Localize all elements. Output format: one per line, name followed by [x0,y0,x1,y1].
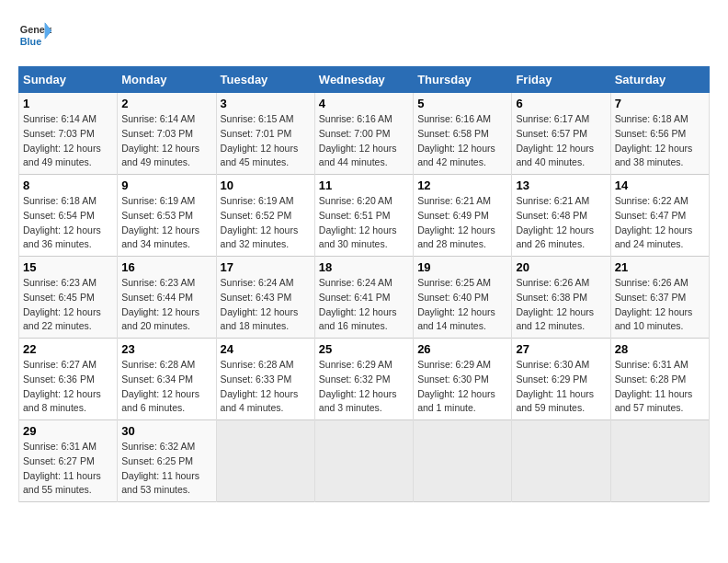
calendar-cell: 2 Sunrise: 6:14 AM Sunset: 7:03 PM Dayli… [118,93,216,175]
calendar-cell: 25 Sunrise: 6:29 AM Sunset: 6:32 PM Dayl… [314,339,413,420]
sunrise-text: Sunrise: 6:23 AM [121,277,195,288]
calendar-cell: 30 Sunrise: 6:32 AM Sunset: 6:25 PM Dayl… [118,420,216,502]
logo-icon: General Blue [18,18,51,52]
sunrise-text: Sunrise: 6:24 AM [319,277,392,288]
day-number: 20 [516,260,606,274]
sunset-text: Sunset: 6:25 PM [121,455,193,466]
day-info: Sunrise: 6:14 AM Sunset: 7:03 PM Dayligh… [121,112,211,170]
sunset-text: Sunset: 6:29 PM [516,373,587,385]
day-info: Sunrise: 6:28 AM Sunset: 6:34 PM Dayligh… [121,358,211,416]
calendar-week-5: 29 Sunrise: 6:31 AM Sunset: 6:27 PM Dayl… [19,420,710,502]
sunrise-text: Sunrise: 6:27 AM [23,359,97,370]
daylight-text: Daylight: 12 hours and 49 minutes. [121,143,199,168]
calendar-cell: 3 Sunrise: 6:15 AM Sunset: 7:01 PM Dayli… [216,93,314,175]
daylight-text: Daylight: 12 hours and 42 minutes. [417,143,495,168]
sunrise-text: Sunrise: 6:30 AM [516,359,589,370]
day-info: Sunrise: 6:31 AM Sunset: 6:28 PM Dayligh… [615,358,705,416]
sunrise-text: Sunrise: 6:15 AM [221,113,294,124]
weekday-header-saturday: Saturday [610,67,709,93]
day-number: 27 [516,342,606,356]
day-number: 11 [319,178,409,192]
sunrise-text: Sunrise: 6:20 AM [319,195,392,206]
sunset-text: Sunset: 6:54 PM [23,210,95,221]
daylight-text: Daylight: 12 hours and 44 minutes. [319,143,397,168]
day-info: Sunrise: 6:26 AM Sunset: 6:38 PM Dayligh… [516,276,606,334]
day-info: Sunrise: 6:24 AM Sunset: 6:43 PM Dayligh… [221,276,311,334]
calendar-cell: 22 Sunrise: 6:27 AM Sunset: 6:36 PM Dayl… [19,339,118,420]
calendar-cell: 20 Sunrise: 6:26 AM Sunset: 6:38 PM Dayl… [512,257,610,339]
day-number: 17 [221,260,311,274]
daylight-text: Daylight: 12 hours and 36 minutes. [23,224,101,250]
daylight-text: Daylight: 12 hours and 4 minutes. [221,388,299,414]
calendar-cell: 15 Sunrise: 6:23 AM Sunset: 6:45 PM Dayl… [19,257,118,339]
daylight-text: Daylight: 11 hours and 55 minutes. [23,470,101,496]
sunset-text: Sunset: 7:01 PM [221,128,292,139]
day-number: 16 [121,260,211,274]
day-info: Sunrise: 6:29 AM Sunset: 6:32 PM Dayligh… [319,358,409,416]
calendar-cell: 21 Sunrise: 6:26 AM Sunset: 6:37 PM Dayl… [610,257,709,339]
day-info: Sunrise: 6:23 AM Sunset: 6:45 PM Dayligh… [23,276,113,334]
calendar-cell: 5 Sunrise: 6:16 AM Sunset: 6:58 PM Dayli… [414,93,512,175]
sunrise-text: Sunrise: 6:17 AM [516,113,589,124]
day-info: Sunrise: 6:27 AM Sunset: 6:36 PM Dayligh… [23,358,113,416]
sunset-text: Sunset: 7:00 PM [319,128,391,139]
sunset-text: Sunset: 6:40 PM [417,292,489,303]
day-number: 29 [23,424,113,438]
day-number: 4 [319,97,409,110]
sunset-text: Sunset: 6:43 PM [221,292,292,303]
calendar-cell: 17 Sunrise: 6:24 AM Sunset: 6:43 PM Dayl… [216,257,314,339]
calendar-cell: 10 Sunrise: 6:19 AM Sunset: 6:52 PM Dayl… [216,175,314,257]
weekday-header-wednesday: Wednesday [314,67,413,93]
daylight-text: Daylight: 12 hours and 18 minutes. [221,306,299,332]
sunrise-text: Sunrise: 6:21 AM [516,195,589,206]
day-info: Sunrise: 6:23 AM Sunset: 6:44 PM Dayligh… [121,276,211,334]
calendar-cell: 16 Sunrise: 6:23 AM Sunset: 6:44 PM Dayl… [118,257,216,339]
calendar-cell: 6 Sunrise: 6:17 AM Sunset: 6:57 PM Dayli… [512,93,610,175]
daylight-text: Daylight: 11 hours and 53 minutes. [121,470,199,496]
day-number: 18 [319,260,409,274]
day-info: Sunrise: 6:16 AM Sunset: 6:58 PM Dayligh… [417,112,507,170]
day-number: 24 [221,342,311,356]
sunset-text: Sunset: 6:51 PM [319,210,391,221]
calendar-cell: 8 Sunrise: 6:18 AM Sunset: 6:54 PM Dayli… [19,175,118,257]
daylight-text: Daylight: 12 hours and 38 minutes. [615,143,693,168]
day-info: Sunrise: 6:19 AM Sunset: 6:52 PM Dayligh… [221,194,311,252]
sunset-text: Sunset: 6:56 PM [615,128,687,139]
calendar-cell [314,420,413,502]
day-info: Sunrise: 6:21 AM Sunset: 6:48 PM Dayligh… [516,194,606,252]
day-number: 23 [121,342,211,356]
day-number: 5 [417,97,507,110]
day-number: 1 [23,97,113,110]
calendar-week-1: 1 Sunrise: 6:14 AM Sunset: 7:03 PM Dayli… [19,93,710,175]
day-number: 15 [23,260,113,274]
day-number: 10 [221,178,311,192]
sunrise-text: Sunrise: 6:28 AM [121,359,195,370]
day-info: Sunrise: 6:29 AM Sunset: 6:30 PM Dayligh… [417,358,507,416]
daylight-text: Daylight: 12 hours and 6 minutes. [121,388,199,414]
calendar-cell: 1 Sunrise: 6:14 AM Sunset: 7:03 PM Dayli… [19,93,118,175]
day-info: Sunrise: 6:21 AM Sunset: 6:49 PM Dayligh… [417,194,507,252]
sunrise-text: Sunrise: 6:19 AM [221,195,294,206]
calendar-table: SundayMondayTuesdayWednesdayThursdayFrid… [18,66,710,502]
day-info: Sunrise: 6:19 AM Sunset: 6:53 PM Dayligh… [121,194,211,252]
sunrise-text: Sunrise: 6:21 AM [417,195,491,206]
daylight-text: Daylight: 12 hours and 3 minutes. [319,388,397,414]
weekday-header-monday: Monday [118,67,216,93]
sunrise-text: Sunrise: 6:28 AM [221,359,294,370]
calendar-cell: 27 Sunrise: 6:30 AM Sunset: 6:29 PM Dayl… [512,339,610,420]
sunset-text: Sunset: 6:57 PM [516,128,587,139]
sunset-text: Sunset: 6:48 PM [516,210,587,221]
day-number: 13 [516,178,606,192]
daylight-text: Daylight: 12 hours and 28 minutes. [417,224,495,250]
day-number: 3 [221,97,311,110]
day-number: 8 [23,178,113,192]
daylight-text: Daylight: 12 hours and 8 minutes. [23,388,101,414]
sunset-text: Sunset: 6:33 PM [221,373,292,385]
calendar-cell: 26 Sunrise: 6:29 AM Sunset: 6:30 PM Dayl… [414,339,512,420]
sunset-text: Sunset: 6:32 PM [319,373,391,385]
calendar-cell: 4 Sunrise: 6:16 AM Sunset: 7:00 PM Dayli… [314,93,413,175]
calendar-cell: 29 Sunrise: 6:31 AM Sunset: 6:27 PM Dayl… [19,420,118,502]
sunrise-text: Sunrise: 6:14 AM [121,113,195,124]
day-info: Sunrise: 6:30 AM Sunset: 6:29 PM Dayligh… [516,358,606,416]
daylight-text: Daylight: 12 hours and 22 minutes. [23,306,101,332]
